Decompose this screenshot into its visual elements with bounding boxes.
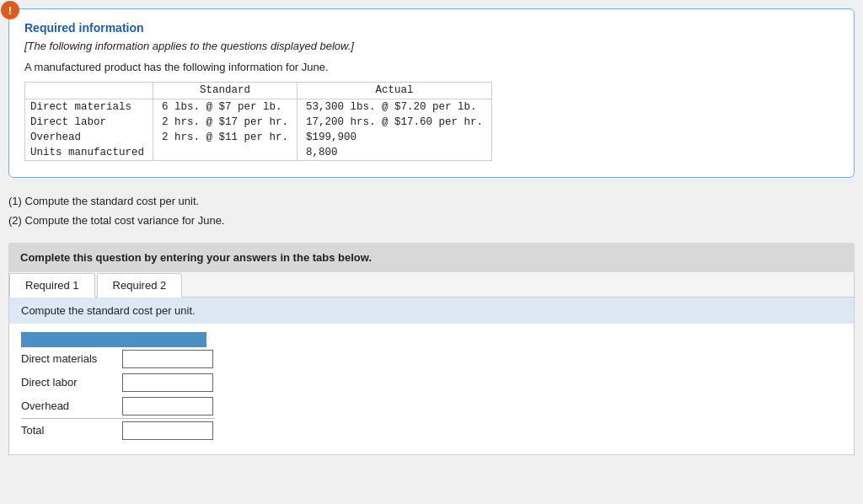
table-row: Direct materials [21, 347, 215, 371]
answer-label-dm: Direct materials [21, 347, 122, 371]
questions-section: (1) Compute the standard cost per unit. … [8, 191, 855, 231]
table-row: Direct materials 6 lbs. @ $7 per lb. 53,… [25, 99, 491, 115]
answer-input-dm-cell [122, 347, 215, 371]
table-header-row: Standard Actual [25, 83, 491, 99]
row-actual-dl: 17,200 hrs. @ $17.60 per hr. [297, 115, 492, 130]
row-actual-units: 8,800 [297, 145, 492, 160]
answer-input-total[interactable] [122, 421, 213, 440]
row-label-oh: Overhead [25, 130, 153, 145]
answer-label-oh: Overhead [21, 394, 122, 419]
table-row: Overhead [21, 394, 215, 419]
row-standard-units [153, 145, 297, 160]
compute-banner: Compute the standard cost per unit. [9, 298, 854, 324]
tab-required-1[interactable]: Required 1 [9, 273, 95, 298]
answer-input-oh[interactable] [122, 397, 213, 416]
table-row-total: Total [21, 418, 215, 442]
col-actual-header: Actual [297, 83, 492, 99]
col-label-header [25, 83, 153, 99]
answer-input-oh-cell [122, 394, 215, 419]
answer-table-wrapper: Direct materials Direct labor Overhead [9, 332, 854, 454]
tab-required-2[interactable]: Required 2 [97, 273, 183, 298]
info-card: ! Required information [The following in… [8, 8, 855, 178]
col-standard-header: Standard [153, 83, 297, 99]
answer-input-dl[interactable] [122, 373, 213, 392]
italic-note: [The following information applies to th… [24, 40, 839, 52]
tab-content: Compute the standard cost per unit. Dire… [9, 298, 854, 454]
answer-table-header-fill [21, 332, 206, 347]
answer-label-dl: Direct labor [21, 371, 122, 394]
info-table: Standard Actual Direct materials 6 lbs. … [25, 83, 491, 160]
row-standard-oh: 2 hrs. @ $11 per hr. [153, 130, 297, 145]
required-info-title: Required information [24, 21, 839, 35]
answer-input-dl-cell [122, 371, 215, 394]
answer-table: Direct materials Direct labor Overhead [21, 347, 215, 442]
table-row: Direct labor [21, 371, 215, 394]
row-actual-dm: 53,300 lbs. @ $7.20 per lb. [297, 99, 492, 115]
data-table-wrapper: Standard Actual Direct materials 6 lbs. … [24, 82, 492, 161]
answer-label-total: Total [21, 418, 122, 442]
tabs-row: Required 1 Required 2 [9, 272, 854, 298]
tabs-area: Required 1 Required 2 Compute the standa… [8, 272, 855, 455]
info-icon: ! [1, 1, 19, 19]
complete-banner: Complete this question by entering your … [8, 243, 855, 272]
table-row: Direct labor 2 hrs. @ $17 per hr. 17,200… [25, 115, 491, 130]
complete-section: Complete this question by entering your … [8, 243, 855, 455]
row-actual-oh: $199,900 [297, 130, 492, 145]
question-2: (2) Compute the total cost variance for … [8, 211, 855, 230]
table-row: Units manufactured 8,800 [25, 145, 491, 160]
row-label-dl: Direct labor [25, 115, 153, 130]
row-standard-dl: 2 hrs. @ $17 per hr. [153, 115, 297, 130]
answer-input-dm[interactable] [122, 350, 213, 368]
row-label-dm: Direct materials [25, 99, 153, 115]
row-standard-dm: 6 lbs. @ $7 per lb. [153, 99, 297, 115]
answer-input-total-cell [122, 418, 215, 442]
question-1: (1) Compute the standard cost per unit. [8, 191, 855, 211]
table-row: Overhead 2 hrs. @ $11 per hr. $199,900 [25, 130, 491, 145]
product-description: A manufactured product has the following… [24, 61, 839, 73]
row-label-units: Units manufactured [25, 145, 153, 160]
